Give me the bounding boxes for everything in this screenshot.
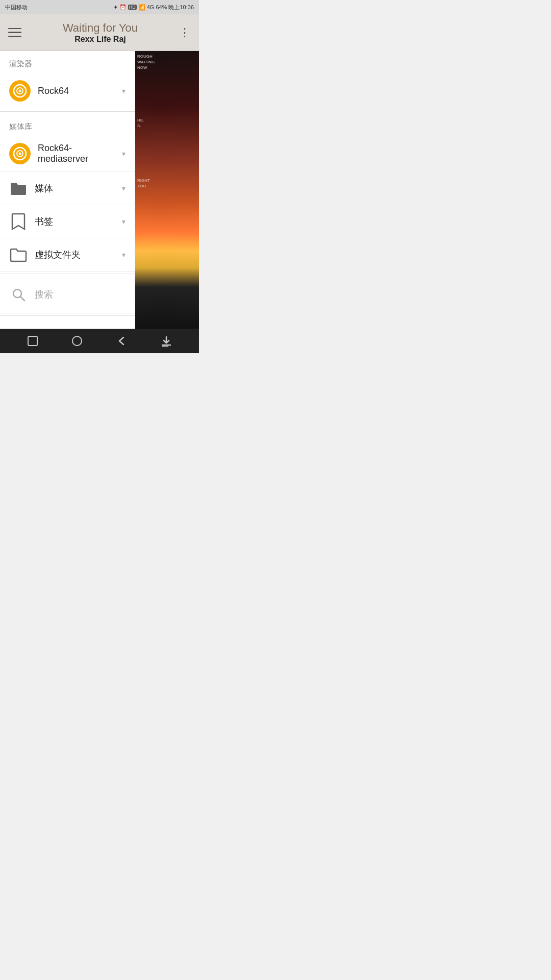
album-art-panel: ROUGH WAITING NOW HE. S. RIGHT YOU <box>135 51 199 329</box>
bubble-icon <box>13 84 27 98</box>
svg-rect-10 <box>28 336 37 346</box>
virtual-folder-icon <box>9 246 28 264</box>
navigation-bar <box>0 329 199 353</box>
hamburger-line-3 <box>8 36 21 37</box>
search-icon <box>9 285 28 304</box>
hamburger-menu-button[interactable] <box>8 28 21 37</box>
renderer-item[interactable]: Rock64 ▾ <box>0 73 135 109</box>
settings-gear-icon <box>9 327 28 329</box>
renderer-label: Rock64 <box>38 86 122 96</box>
song-title: Waiting for You <box>28 21 173 35</box>
renderer-chevron-icon: ▾ <box>122 87 126 95</box>
carrier-label: 中国移动 <box>5 4 28 11</box>
bookmarks-icon <box>9 212 28 231</box>
main-content: 渲染器 Rock64 ▾ 媒体库 <box>0 51 199 329</box>
signal-icon: 4G <box>147 4 155 10</box>
recents-button[interactable] <box>22 331 43 351</box>
svg-line-7 <box>20 297 24 301</box>
svg-point-5 <box>19 153 21 155</box>
alarm-icon: ⏰ <box>119 4 127 11</box>
header: Waiting for You Rexx Life Raj ⋮ <box>0 14 199 51</box>
hamburger-line-1 <box>8 28 21 30</box>
renderer-section-label: 渲染器 <box>0 51 135 73</box>
settings-item[interactable]: 设置 <box>0 318 135 329</box>
library-item-bookmarks[interactable]: 书签 ▾ <box>0 205 135 238</box>
section-divider-1 <box>0 111 135 112</box>
download-button[interactable] <box>156 331 177 351</box>
search-item[interactable]: 搜索 <box>0 276 135 313</box>
album-art-image: ROUGH WAITING NOW HE. S. RIGHT YOU <box>135 51 199 329</box>
more-options-button[interactable]: ⋮ <box>179 27 191 38</box>
section-divider-2 <box>0 274 135 274</box>
battery-label: 64% <box>156 4 167 10</box>
renderer-icon-bubble <box>9 80 31 102</box>
artist-name: Rexx Life Raj <box>28 35 173 44</box>
home-button[interactable] <box>67 331 87 351</box>
hd-badge: HD <box>128 5 137 10</box>
status-bar: 中国移动 ✦ ⏰ HD 📶 4G 64% 晚上10:36 <box>0 0 199 14</box>
library-section-label: 媒体库 <box>0 114 135 136</box>
bookmarks-chevron-icon: ▾ <box>122 217 126 226</box>
media-chevron-icon: ▾ <box>122 184 126 192</box>
status-icons: ✦ ⏰ HD 📶 4G 64% 晚上10:36 <box>113 4 194 11</box>
media-label: 媒体 <box>35 182 122 194</box>
mediaserver-icon-bubble <box>9 143 31 164</box>
virtual-folder-chevron-icon: ▾ <box>122 251 126 259</box>
time-label: 晚上10:36 <box>168 4 194 11</box>
svg-point-2 <box>19 90 21 92</box>
library-item-media[interactable]: 媒体 ▾ <box>0 172 135 205</box>
library-item-virtual-folder[interactable]: 虚拟文件夹 ▾ <box>0 238 135 272</box>
svg-point-11 <box>72 336 82 346</box>
drawer-panel: 渲染器 Rock64 ▾ 媒体库 <box>0 51 135 329</box>
back-button[interactable] <box>112 331 132 351</box>
library-item-mediaserver[interactable]: Rock64-mediaserver ▾ <box>0 136 135 172</box>
bluetooth-icon: ✦ <box>113 4 118 11</box>
section-divider-3 <box>0 315 135 316</box>
mediaserver-chevron-icon: ▾ <box>122 150 126 158</box>
header-title-block: Waiting for You Rexx Life Raj <box>28 21 173 44</box>
virtual-folder-label: 虚拟文件夹 <box>35 249 122 261</box>
hamburger-line-2 <box>8 32 21 33</box>
bookmarks-label: 书签 <box>35 215 122 228</box>
mediaserver-label: Rock64-mediaserver <box>38 143 122 164</box>
media-folder-icon <box>9 179 28 198</box>
wifi-icon: 📶 <box>138 4 145 11</box>
search-label: 搜索 <box>35 288 53 301</box>
